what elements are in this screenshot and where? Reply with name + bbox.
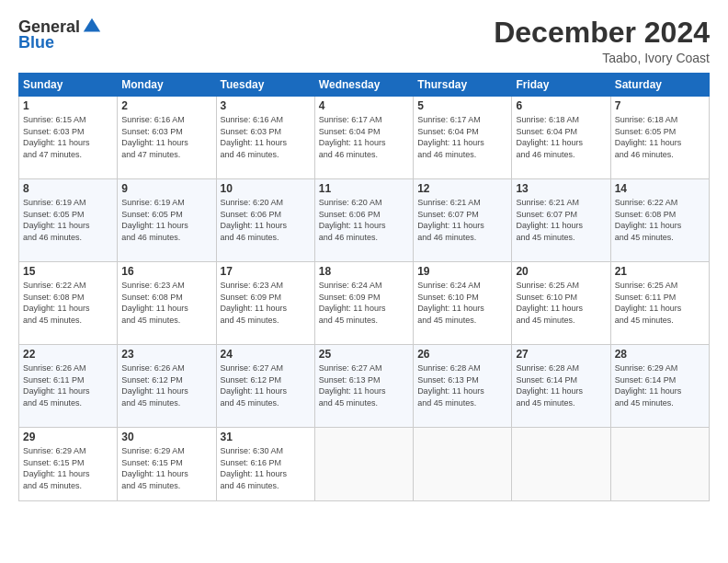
calendar-cell: 26Sunrise: 6:28 AM Sunset: 6:13 PM Dayli… — [414, 345, 512, 428]
calendar-cell — [610, 428, 709, 501]
day-detail: Sunrise: 6:24 AM Sunset: 6:10 PM Dayligh… — [417, 280, 507, 326]
day-number: 5 — [417, 99, 507, 112]
day-number: 28 — [615, 348, 705, 361]
location-subtitle: Taabo, Ivory Coast — [494, 51, 710, 65]
calendar-header-row: SundayMondayTuesdayWednesdayThursdayFrid… — [19, 74, 710, 97]
day-number: 2 — [121, 99, 211, 112]
day-number: 27 — [516, 348, 606, 361]
day-number: 6 — [516, 99, 606, 112]
day-number: 9 — [121, 182, 211, 195]
header: General Blue December 2024 Taabo, Ivory … — [18, 17, 710, 65]
day-detail: Sunrise: 6:29 AM Sunset: 6:15 PM Dayligh… — [23, 445, 113, 491]
day-detail: Sunrise: 6:16 AM Sunset: 6:03 PM Dayligh… — [121, 114, 211, 160]
day-number: 30 — [121, 431, 211, 443]
day-detail: Sunrise: 6:23 AM Sunset: 6:09 PM Dayligh… — [221, 280, 311, 326]
calendar-cell: 7Sunrise: 6:18 AM Sunset: 6:05 PM Daylig… — [610, 97, 709, 179]
calendar-cell: 18Sunrise: 6:24 AM Sunset: 6:09 PM Dayli… — [314, 262, 413, 345]
calendar-cell: 21Sunrise: 6:25 AM Sunset: 6:11 PM Dayli… — [610, 262, 709, 345]
calendar-cell: 5Sunrise: 6:17 AM Sunset: 6:04 PM Daylig… — [414, 97, 512, 179]
day-number: 10 — [221, 182, 311, 195]
logo: General Blue — [18, 17, 102, 52]
calendar-cell: 28Sunrise: 6:29 AM Sunset: 6:14 PM Dayli… — [610, 345, 709, 428]
calendar-cell: 22Sunrise: 6:26 AM Sunset: 6:11 PM Dayli… — [19, 345, 118, 428]
day-detail: Sunrise: 6:17 AM Sunset: 6:04 PM Dayligh… — [319, 114, 409, 160]
day-number: 15 — [23, 265, 113, 278]
day-detail: Sunrise: 6:20 AM Sunset: 6:06 PM Dayligh… — [319, 197, 409, 243]
page: General Blue December 2024 Taabo, Ivory … — [0, 0, 728, 563]
calendar-cell — [512, 428, 610, 501]
day-number: 26 — [417, 348, 507, 361]
day-detail: Sunrise: 6:17 AM Sunset: 6:04 PM Dayligh… — [417, 114, 507, 160]
day-number: 1 — [23, 99, 113, 112]
day-number: 24 — [221, 348, 311, 361]
weekday-header: Friday — [512, 74, 610, 97]
weekday-header: Saturday — [610, 74, 709, 97]
calendar-cell: 19Sunrise: 6:24 AM Sunset: 6:10 PM Dayli… — [414, 262, 512, 345]
calendar-cell: 29Sunrise: 6:29 AM Sunset: 6:15 PM Dayli… — [19, 428, 118, 501]
day-detail: Sunrise: 6:30 AM Sunset: 6:16 PM Dayligh… — [221, 445, 311, 491]
day-number: 25 — [319, 348, 409, 361]
day-number: 7 — [615, 99, 705, 112]
day-detail: Sunrise: 6:22 AM Sunset: 6:08 PM Dayligh… — [615, 197, 705, 243]
calendar-cell: 24Sunrise: 6:27 AM Sunset: 6:12 PM Dayli… — [216, 345, 314, 428]
calendar-cell — [414, 428, 512, 501]
title-block: December 2024 Taabo, Ivory Coast — [494, 17, 710, 65]
day-detail: Sunrise: 6:26 AM Sunset: 6:12 PM Dayligh… — [121, 362, 211, 408]
day-detail: Sunrise: 6:28 AM Sunset: 6:14 PM Dayligh… — [516, 362, 606, 408]
day-detail: Sunrise: 6:16 AM Sunset: 6:03 PM Dayligh… — [221, 114, 311, 160]
day-number: 14 — [615, 182, 705, 195]
calendar-cell: 25Sunrise: 6:27 AM Sunset: 6:13 PM Dayli… — [314, 345, 413, 428]
day-detail: Sunrise: 6:18 AM Sunset: 6:05 PM Dayligh… — [615, 114, 705, 160]
weekday-header: Monday — [118, 74, 216, 97]
day-detail: Sunrise: 6:25 AM Sunset: 6:11 PM Dayligh… — [615, 280, 705, 326]
day-detail: Sunrise: 6:19 AM Sunset: 6:05 PM Dayligh… — [23, 197, 113, 243]
day-number: 31 — [221, 431, 311, 443]
calendar-week-row: 22Sunrise: 6:26 AM Sunset: 6:11 PM Dayli… — [19, 345, 710, 428]
day-number: 16 — [121, 265, 211, 278]
weekday-header: Thursday — [414, 74, 512, 97]
weekday-header: Wednesday — [314, 74, 413, 97]
day-detail: Sunrise: 6:20 AM Sunset: 6:06 PM Dayligh… — [221, 197, 311, 243]
day-number: 17 — [221, 265, 311, 278]
day-detail: Sunrise: 6:22 AM Sunset: 6:08 PM Dayligh… — [23, 280, 113, 326]
day-detail: Sunrise: 6:29 AM Sunset: 6:14 PM Dayligh… — [615, 362, 705, 408]
day-number: 13 — [516, 182, 606, 195]
day-number: 18 — [319, 265, 409, 278]
calendar-cell: 9Sunrise: 6:19 AM Sunset: 6:05 PM Daylig… — [118, 179, 216, 262]
day-detail: Sunrise: 6:25 AM Sunset: 6:10 PM Dayligh… — [516, 280, 606, 326]
day-number: 3 — [221, 99, 311, 112]
day-number: 29 — [23, 431, 113, 443]
day-detail: Sunrise: 6:29 AM Sunset: 6:15 PM Dayligh… — [121, 445, 211, 491]
day-detail: Sunrise: 6:19 AM Sunset: 6:05 PM Dayligh… — [121, 197, 211, 243]
day-detail: Sunrise: 6:21 AM Sunset: 6:07 PM Dayligh… — [516, 197, 606, 243]
day-number: 21 — [615, 265, 705, 278]
calendar-cell: 8Sunrise: 6:19 AM Sunset: 6:05 PM Daylig… — [19, 179, 118, 262]
day-detail: Sunrise: 6:24 AM Sunset: 6:09 PM Dayligh… — [319, 280, 409, 326]
calendar-cell: 31Sunrise: 6:30 AM Sunset: 6:16 PM Dayli… — [216, 428, 314, 501]
day-number: 11 — [319, 182, 409, 195]
calendar-cell: 30Sunrise: 6:29 AM Sunset: 6:15 PM Dayli… — [118, 428, 216, 501]
calendar-week-row: 1Sunrise: 6:15 AM Sunset: 6:03 PM Daylig… — [19, 97, 710, 179]
weekday-header: Tuesday — [216, 74, 314, 97]
day-number: 4 — [319, 99, 409, 112]
day-number: 12 — [417, 182, 507, 195]
calendar-cell: 20Sunrise: 6:25 AM Sunset: 6:10 PM Dayli… — [512, 262, 610, 345]
weekday-header: Sunday — [19, 74, 118, 97]
calendar-cell: 17Sunrise: 6:23 AM Sunset: 6:09 PM Dayli… — [216, 262, 314, 345]
day-detail: Sunrise: 6:15 AM Sunset: 6:03 PM Dayligh… — [23, 114, 113, 160]
logo-icon — [82, 17, 102, 37]
day-number: 8 — [23, 182, 113, 195]
calendar-cell: 15Sunrise: 6:22 AM Sunset: 6:08 PM Dayli… — [19, 262, 118, 345]
calendar-cell: 10Sunrise: 6:20 AM Sunset: 6:06 PM Dayli… — [216, 179, 314, 262]
calendar-cell: 14Sunrise: 6:22 AM Sunset: 6:08 PM Dayli… — [610, 179, 709, 262]
day-number: 19 — [417, 265, 507, 278]
day-detail: Sunrise: 6:18 AM Sunset: 6:04 PM Dayligh… — [516, 114, 606, 160]
calendar-cell: 16Sunrise: 6:23 AM Sunset: 6:08 PM Dayli… — [118, 262, 216, 345]
calendar-table: SundayMondayTuesdayWednesdayThursdayFrid… — [18, 73, 710, 501]
logo-blue: Blue — [18, 33, 54, 52]
calendar-cell: 6Sunrise: 6:18 AM Sunset: 6:04 PM Daylig… — [512, 97, 610, 179]
calendar-week-row: 15Sunrise: 6:22 AM Sunset: 6:08 PM Dayli… — [19, 262, 710, 345]
calendar-cell — [314, 428, 413, 501]
calendar-week-row: 29Sunrise: 6:29 AM Sunset: 6:15 PM Dayli… — [19, 428, 710, 501]
day-detail: Sunrise: 6:28 AM Sunset: 6:13 PM Dayligh… — [417, 362, 507, 408]
